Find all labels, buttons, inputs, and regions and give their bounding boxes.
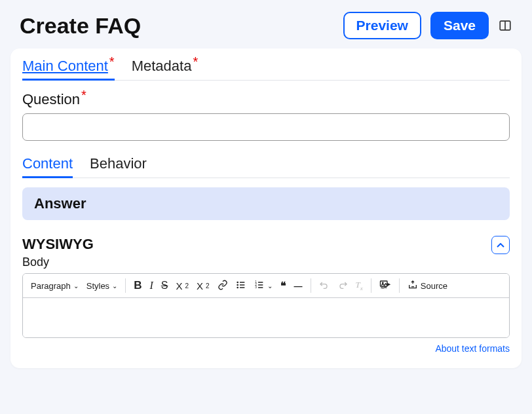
toolbar-separator: [399, 278, 400, 293]
toolbar-separator: [371, 278, 371, 293]
paragraph-dropdown[interactable]: Paragraph ⌄: [27, 278, 83, 293]
media-button[interactable]: [375, 277, 395, 295]
chevron-up-icon: [497, 239, 504, 251]
svg-point-4: [237, 287, 238, 288]
tab-main-content[interactable]: Main Content *: [22, 58, 115, 81]
bullet-list-button[interactable]: [232, 277, 250, 295]
svg-text:3: 3: [255, 286, 257, 289]
body-label: Body: [22, 255, 94, 269]
tab-metadata-label: Metadata: [132, 58, 192, 75]
quote-icon: ❝: [280, 280, 286, 292]
svg-point-3: [237, 284, 238, 285]
undo-button[interactable]: [315, 277, 333, 295]
sidebar-toggle-icon[interactable]: [498, 18, 512, 33]
link-button[interactable]: [214, 277, 232, 295]
about-text-formats-link[interactable]: About text formats: [22, 343, 510, 354]
svg-point-15: [382, 282, 383, 284]
superscript-button[interactable]: X2: [193, 278, 214, 294]
question-label: Question *: [22, 91, 510, 108]
chevron-down-icon: ⌄: [112, 282, 117, 290]
editor-toolbar: Paragraph ⌄ Styles ⌄ B I S X2 X2: [23, 274, 509, 298]
subscript-button[interactable]: X2: [172, 278, 193, 294]
editor-content-area[interactable]: [23, 298, 509, 337]
toolbar-separator: [125, 278, 126, 293]
redo-button[interactable]: [333, 277, 352, 295]
quote-button[interactable]: ❝: [276, 277, 290, 295]
italic-button[interactable]: I: [145, 277, 157, 294]
answer-section-header: Answer: [22, 187, 510, 220]
toolbar-separator: [311, 278, 311, 293]
chevron-down-icon: ⌄: [267, 282, 273, 290]
source-icon: [408, 280, 418, 292]
redo-icon: [337, 280, 348, 292]
subtab-content[interactable]: Content: [22, 155, 73, 178]
horizontal-rule-button[interactable]: —: [290, 278, 307, 293]
collapse-button[interactable]: [491, 236, 510, 254]
strikethrough-button[interactable]: S: [157, 277, 172, 294]
numbered-list-icon: 123: [254, 280, 265, 292]
undo-icon: [319, 280, 330, 292]
editor-container: Paragraph ⌄ Styles ⌄ B I S X2 X2: [22, 273, 510, 338]
hr-icon: —: [294, 281, 303, 291]
clear-format-icon: Tx: [356, 280, 363, 292]
required-indicator: *: [193, 55, 198, 68]
required-indicator: *: [81, 88, 86, 102]
numbered-list-button[interactable]: 123 ⌄: [250, 277, 276, 295]
subtab-behavior[interactable]: Behavior: [90, 155, 147, 178]
main-tabs: Main Content * Metadata *: [22, 58, 510, 81]
sub-tabs: Content Behavior: [22, 155, 510, 178]
styles-dropdown[interactable]: Styles ⌄: [83, 278, 121, 293]
save-button[interactable]: Save: [430, 12, 489, 39]
tab-metadata[interactable]: Metadata *: [132, 58, 199, 80]
list-icon: [236, 280, 246, 292]
form-card: Main Content * Metadata * Question * Con…: [10, 48, 522, 368]
media-icon: [379, 280, 391, 292]
source-button[interactable]: Source: [404, 277, 451, 295]
wysiwyg-title: WYSIWYG: [22, 236, 94, 253]
link-icon: [218, 280, 228, 292]
question-input[interactable]: [22, 113, 510, 141]
chevron-down-icon: ⌄: [73, 282, 79, 290]
svg-point-2: [237, 282, 238, 282]
clear-format-button[interactable]: Tx: [352, 277, 367, 294]
page-title: Create FAQ: [20, 13, 141, 39]
preview-button[interactable]: Preview: [343, 12, 421, 39]
bold-button[interactable]: B: [130, 276, 145, 295]
tab-main-content-label: Main Content: [22, 58, 108, 75]
required-indicator: *: [109, 55, 115, 68]
